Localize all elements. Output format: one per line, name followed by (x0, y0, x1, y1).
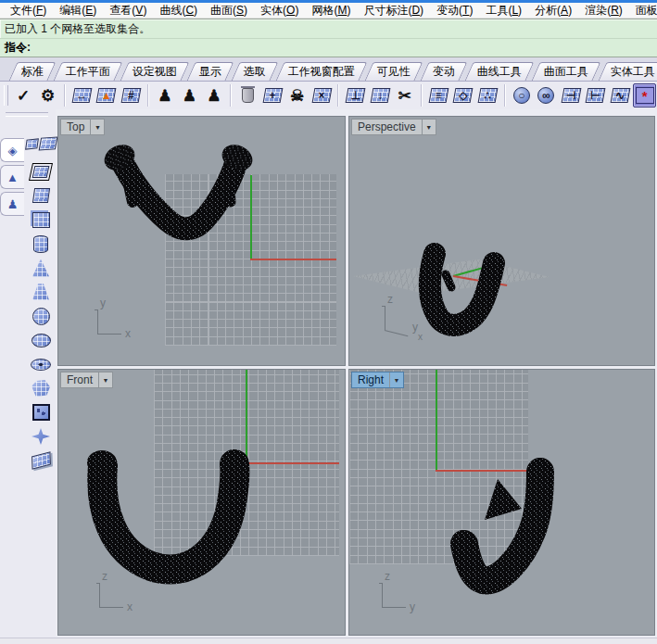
viewport-title-perspective[interactable]: Perspective ▼ (351, 119, 436, 135)
mesh-from-points-icon[interactable]: ∴ (476, 83, 499, 107)
viewport-label[interactable]: Perspective (352, 120, 422, 133)
mesh-sphere-icon[interactable] (32, 304, 50, 328)
viewport-menu-arrow-icon[interactable]: ▼ (423, 124, 436, 131)
command-area[interactable]: 已加入 1 个网格至选取集合。 指令: (0, 19, 657, 57)
menu-item-10[interactable]: 工具(L) (479, 3, 528, 19)
tab-set-view[interactable]: 设定视图 (120, 62, 190, 81)
mesh-extract-tab[interactable]: ♟ (0, 192, 24, 216)
mandible-mesh-top-view[interactable] (58, 117, 346, 366)
tab-standard[interactable]: 标准 (9, 62, 57, 81)
curve-on-mesh-icon-glyph: ∿ (615, 90, 625, 101)
menu-item-11[interactable]: 分析(A) (528, 3, 578, 19)
tab-visibility[interactable]: 可见性 (365, 62, 423, 81)
curve-on-mesh-icon[interactable]: ∿ (609, 83, 632, 107)
menu-item-3[interactable]: 查看(V) (103, 3, 153, 19)
mesh-from-plane-icon[interactable]: ⊥ (344, 83, 367, 107)
mesh-analyze-tab[interactable]: ▲ (0, 165, 24, 189)
command-prompt[interactable]: 指令: (0, 39, 657, 57)
mesh-trim-icon[interactable]: ⊢ (584, 83, 607, 107)
select-check-icon[interactable]: ✓ (12, 83, 35, 107)
menu-item-6[interactable]: 实体(O) (254, 3, 305, 19)
tab-display[interactable]: 显示 (187, 62, 234, 81)
trash-icon-shape (242, 88, 254, 103)
mesh-torus-section-icon-glyph: ○ (518, 90, 524, 101)
weld-mesh-icon[interactable]: ▲ (95, 83, 118, 107)
mesh-ellipsoid-icon[interactable] (32, 328, 51, 352)
mesh-patch-large-icon[interactable] (40, 132, 57, 156)
viewport-title-right[interactable]: Right ▼ (351, 372, 404, 388)
toolbar-separator (147, 84, 149, 107)
menu-item-4[interactable]: 曲线(C) (153, 3, 204, 19)
viewport-title-top[interactable]: Top ▼ (60, 119, 105, 135)
delete-mesh-faces-icon[interactable]: × (310, 83, 334, 107)
menu-item-9[interactable]: 变动(T) (430, 3, 479, 19)
mesh-patch-icon[interactable]: ◇ (452, 83, 475, 107)
viewport-label[interactable]: Top (61, 120, 90, 133)
viewport-perspective[interactable]: z y x Perspective ▼ (348, 116, 655, 366)
menu-item-5[interactable]: 曲面(S) (204, 3, 254, 19)
mandible-mesh-right-view[interactable] (349, 370, 655, 636)
mesh-layers-icon[interactable]: ≡ (427, 83, 450, 107)
mesh-trim-scissors-icon-glyph: ✂ (398, 88, 411, 104)
toolbar-grip[interactable] (4, 85, 8, 106)
cull-degenerate-faces-icon[interactable]: ☠ (285, 83, 309, 107)
extract-mesh-faces-icon[interactable]: ♟ (154, 83, 177, 107)
viewport-menu-arrow-icon[interactable]: ▼ (99, 377, 112, 384)
project-mesh-icon[interactable]: ↓ (369, 83, 392, 107)
mesh-explode-icon[interactable] (32, 424, 50, 448)
mesh-torus-section-icon[interactable]: ○ (511, 83, 534, 107)
mesh-create-tab[interactable]: ◈ (0, 138, 24, 162)
mandible-mesh-perspective-view[interactable] (349, 117, 655, 366)
extract-mesh-edges-icon[interactable]: ♟ (178, 83, 201, 107)
mesh-analyze-tab-glyph: ▲ (6, 170, 19, 184)
viewport-menu-arrow-icon[interactable]: ▼ (390, 377, 403, 384)
mesh-control-points-icon[interactable] (33, 159, 48, 183)
tab-viewport-layout[interactable]: 工作视窗配置 (276, 62, 368, 81)
flip-mesh-normals-icon[interactable]: ↔ (70, 83, 94, 107)
mesh-split-icon-glyph: ⊣ (566, 90, 575, 101)
trash-icon[interactable] (236, 83, 259, 107)
menu-item-2[interactable]: 编辑(E) (53, 3, 103, 19)
menu-item-12[interactable]: 渲染(R) (578, 3, 629, 19)
sidebar-grip[interactable] (6, 112, 48, 117)
mesh-cylinder-icon[interactable] (33, 232, 48, 256)
mesh-plane-icon[interactable] (33, 183, 49, 208)
add-mesh-faces-icon[interactable]: + (261, 83, 284, 107)
viewport-right[interactable]: z y Right ▼ (348, 369, 655, 636)
mesh-patch-small-icon[interactable] (26, 132, 38, 156)
reduce-mesh-icon[interactable]: # (120, 83, 143, 107)
menu-item-1[interactable]: 文件(F) (4, 3, 53, 19)
extract-mesh-parts-icon[interactable]: ♟ (203, 83, 226, 107)
tab-curve-tools[interactable]: 曲线工具 (465, 62, 535, 81)
viewport-front[interactable]: z x Front ▼ (57, 369, 346, 636)
mesh-cone-icon[interactable] (32, 256, 49, 280)
mesh-box-icon[interactable] (32, 208, 50, 232)
tab-select[interactable]: 选取 (232, 62, 279, 81)
mesh-truncated-cone-icon[interactable] (32, 280, 49, 304)
tab-label: 实体工具 (611, 64, 655, 80)
tab-surface-tools[interactable]: 曲面工具 (532, 62, 601, 81)
menu-item-13[interactable]: 面板(P) (629, 3, 657, 19)
mesh-repair-icon[interactable]: ⚙ (36, 83, 59, 107)
tab-transform[interactable]: 变动 (421, 62, 468, 81)
mandible-mesh-front-view[interactable] (58, 370, 346, 636)
viewport-label[interactable]: Front (61, 373, 98, 386)
mesh-slanted-box-icon[interactable] (32, 448, 51, 473)
mesh-split-icon[interactable]: ⊣ (560, 83, 583, 107)
tab-cplane[interactable]: 工作平面 (54, 62, 123, 81)
menu-item-8[interactable]: 尺寸标注(D) (357, 3, 430, 19)
mesh-trim-scissors-icon[interactable]: ✂ (393, 83, 416, 107)
mesh-polygon-icon[interactable] (32, 376, 50, 400)
bottom-strip (0, 638, 657, 644)
viewport-top[interactable]: y x Top ▼ (57, 116, 346, 366)
menu-item-7[interactable]: 网格(M) (305, 3, 357, 19)
mesh-boolean-icon[interactable]: ∞ (535, 83, 558, 107)
tab-solid-tools[interactable]: 实体工具 (599, 62, 657, 81)
viewport-menu-arrow-icon[interactable]: ▼ (91, 124, 104, 131)
viewport-label[interactable]: Right (352, 373, 389, 386)
viewport-title-front[interactable]: Front ▼ (60, 372, 113, 388)
mesh-selection-icon[interactable]: * (633, 83, 656, 107)
mesh-torus-icon[interactable] (31, 352, 51, 376)
add-mesh-faces-icon-glyph: + (269, 90, 275, 101)
heightfield-icon[interactable] (32, 400, 50, 424)
